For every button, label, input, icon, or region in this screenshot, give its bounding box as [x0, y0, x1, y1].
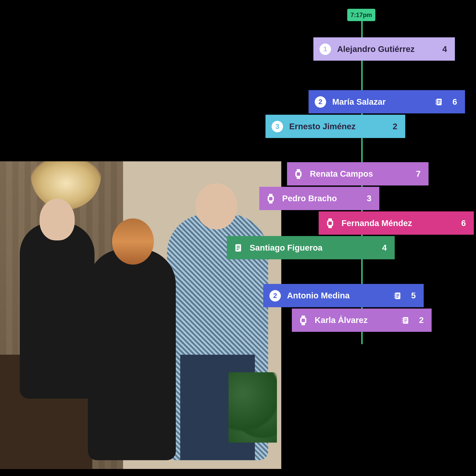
photo-plant [229, 372, 277, 443]
svg-rect-6 [435, 103, 436, 104]
party-size: 4 [440, 44, 447, 54]
note-icon [393, 291, 403, 301]
guest-name: María Salazar [332, 97, 428, 107]
svg-rect-22 [237, 249, 238, 250]
table-number: 2 [318, 98, 322, 106]
svg-rect-36 [404, 320, 407, 321]
party-size: 2 [390, 121, 397, 131]
svg-rect-1 [438, 100, 441, 101]
guest-name: Karla Álvarez [315, 315, 394, 325]
svg-rect-27 [394, 293, 395, 294]
note-icon [401, 315, 410, 325]
svg-rect-35 [404, 318, 407, 319]
svg-rect-38 [402, 318, 403, 319]
watch-icon [293, 169, 304, 179]
watch-icon [298, 315, 308, 325]
reservation-bar[interactable]: 3Ernesto Jiménez2 [265, 115, 405, 138]
reservation-bar[interactable]: 1Alejandro Gutiérrez4 [313, 37, 455, 61]
svg-rect-26 [396, 297, 398, 297]
watch-icon [325, 218, 335, 228]
guest-name: Santiago Figueroa [250, 243, 374, 253]
note-icon [233, 242, 243, 253]
reservation-bar[interactable]: Karla Álvarez2 [292, 308, 432, 332]
svg-rect-24 [396, 294, 399, 295]
reservation-bar[interactable]: 2Antonio Medina5 [263, 284, 424, 307]
guest-name: Fernanda Méndez [341, 218, 453, 228]
reservation-bar[interactable]: 2María Salazar6 [308, 90, 465, 113]
party-size: 3 [364, 194, 371, 204]
note-icon [434, 97, 444, 107]
svg-rect-12 [269, 202, 272, 203]
svg-rect-33 [302, 318, 305, 322]
svg-rect-15 [328, 218, 332, 220]
table-number: 3 [275, 122, 279, 130]
reservation-bar[interactable]: Pedro Bracho3 [259, 187, 379, 210]
svg-rect-20 [237, 246, 240, 246]
svg-rect-14 [269, 197, 272, 200]
party-size: 2 [417, 315, 424, 325]
svg-rect-25 [396, 295, 399, 296]
reservation-bar[interactable]: Santiago Figueroa4 [227, 236, 395, 259]
reservation-bar[interactable]: Fernanda Méndez6 [319, 211, 474, 235]
svg-rect-37 [404, 321, 406, 322]
svg-rect-39 [402, 320, 403, 321]
table-number: 2 [273, 292, 277, 300]
table-number-badge: 1 [320, 43, 331, 55]
svg-rect-8 [297, 177, 300, 179]
party-size: 7 [414, 169, 421, 179]
current-time-badge: 7:17pm [347, 9, 375, 21]
party-size: 4 [380, 243, 387, 253]
svg-rect-31 [302, 323, 305, 325]
guest-name: Ernesto Jiménez [289, 121, 384, 131]
svg-rect-2 [438, 101, 441, 102]
guest-name: Alejandro Gutiérrez [337, 44, 434, 54]
svg-rect-7 [297, 169, 300, 171]
svg-rect-28 [394, 295, 395, 296]
svg-rect-3 [438, 103, 439, 104]
guest-name: Renata Campos [310, 169, 408, 179]
table-number-badge: 3 [272, 121, 283, 132]
reservation-bar[interactable]: Renata Campos7 [287, 162, 429, 186]
photo-host [20, 223, 95, 399]
party-size: 6 [459, 218, 466, 228]
svg-rect-30 [302, 315, 305, 317]
svg-rect-10 [297, 172, 300, 176]
photo-guest-1 [88, 249, 176, 460]
svg-rect-11 [269, 194, 272, 195]
table-number-badge: 2 [315, 96, 326, 107]
svg-rect-29 [394, 297, 395, 298]
hero-photo [0, 161, 281, 469]
party-size: 5 [409, 291, 416, 301]
svg-rect-5 [435, 101, 436, 102]
watch-icon [265, 193, 276, 204]
svg-rect-21 [237, 247, 240, 248]
guest-name: Antonio Medina [287, 291, 387, 301]
svg-rect-4 [435, 100, 436, 100]
current-time-text: 7:17pm [351, 12, 372, 18]
svg-rect-16 [328, 226, 332, 228]
party-size: 6 [450, 97, 457, 107]
guest-name: Pedro Bracho [282, 194, 358, 204]
table-number: 1 [323, 45, 327, 53]
svg-rect-40 [402, 322, 403, 322]
table-number-badge: 2 [270, 290, 281, 301]
svg-rect-18 [328, 221, 332, 225]
